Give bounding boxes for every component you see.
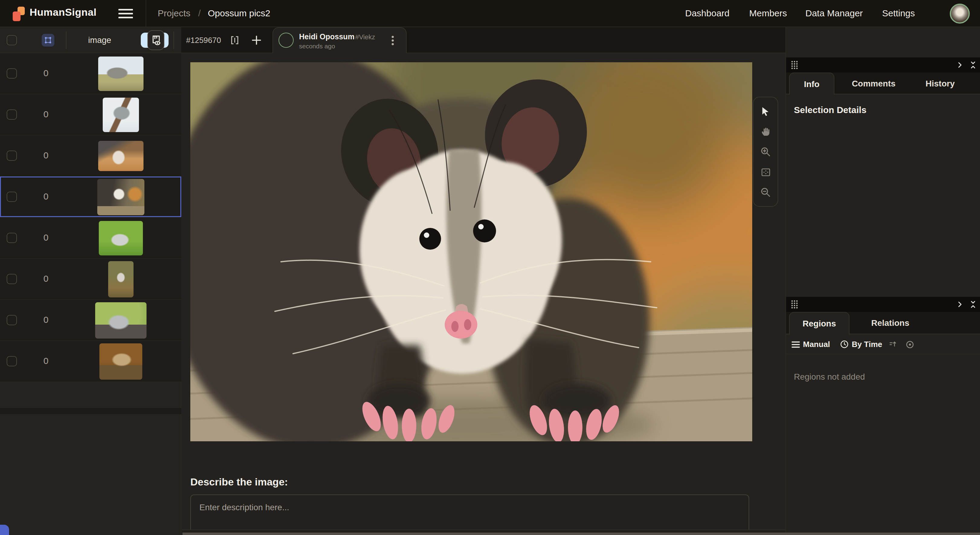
- task-image-opossum[interactable]: [190, 62, 752, 441]
- annotations-count: 0: [35, 191, 57, 201]
- details-tab-row: Info Comments History: [786, 73, 980, 94]
- annotator-name: Heidi Opossum: [299, 33, 354, 41]
- select-tool-icon[interactable]: [758, 104, 773, 118]
- top-bar: HumanSignal Projects / Opossum pics2 Das…: [0, 0, 980, 27]
- detach-panel-chevron-icon[interactable]: [956, 301, 964, 308]
- humansignal-logo-icon[interactable]: [13, 6, 26, 21]
- task-thumbnail[interactable]: [103, 97, 139, 132]
- description-placeholder: Enter description here...: [199, 502, 289, 512]
- user-avatar[interactable]: [950, 4, 970, 24]
- sort-order-icon[interactable]: [888, 340, 898, 349]
- task-thumbnail[interactable]: [98, 140, 143, 171]
- row-checkbox[interactable]: [6, 356, 17, 366]
- labeling-app: HumanSignal Projects / Opossum pics2 Das…: [0, 0, 980, 535]
- regions-toolbar: Manual By Time: [786, 335, 980, 354]
- bottom-scroll-strip[interactable]: [183, 533, 980, 535]
- logo-text: HumanSignal: [30, 6, 97, 19]
- help-bubble[interactable]: [0, 525, 9, 535]
- row-checkbox[interactable]: [6, 110, 17, 120]
- task-id: #1259670: [186, 36, 221, 45]
- row-checkbox[interactable]: [6, 151, 17, 161]
- visibility-eye-icon[interactable]: [905, 339, 915, 349]
- annotation-tab-strip: #1259670 Heidi Opossum #Viekz seconds ag…: [181, 27, 786, 53]
- nav-settings[interactable]: Settings: [882, 8, 915, 18]
- tab-relations[interactable]: Relations: [859, 312, 922, 334]
- add-annotation-icon[interactable]: [251, 35, 262, 46]
- column-header-image[interactable]: image: [67, 35, 133, 45]
- details-sidebar: Info Comments History Selection Details …: [786, 27, 980, 535]
- header-separator-2: [173, 32, 174, 49]
- outliner-tab-row: Regions Relations: [786, 312, 980, 334]
- zoom-out-tool-icon[interactable]: [758, 185, 773, 199]
- annotation-id: #Viekz: [355, 33, 375, 40]
- task-rows: 0 0 0 0 0: [0, 53, 181, 382]
- task-row-7[interactable]: 0: [0, 300, 181, 341]
- zoom-in-tool-icon[interactable]: [758, 145, 773, 159]
- canvas-tools: [753, 97, 778, 207]
- task-row-6[interactable]: 0: [0, 259, 181, 300]
- task-thumbnail[interactable]: [95, 302, 146, 338]
- task-row-8[interactable]: 0: [0, 341, 181, 382]
- annotation-menu-kebab-icon[interactable]: [388, 35, 398, 46]
- annotation-time: seconds ago: [299, 42, 335, 49]
- row-checkbox[interactable]: [6, 192, 17, 202]
- expand-brackets-icon[interactable]: [230, 35, 240, 45]
- logo-square-red: [13, 11, 21, 21]
- group-by-label: Manual: [803, 340, 830, 349]
- regions-empty-text: Regions not added: [794, 372, 865, 381]
- task-row-5[interactable]: 0: [0, 218, 181, 259]
- task-thumbnail[interactable]: [99, 343, 142, 379]
- annotations-count: 0: [35, 232, 57, 242]
- collapse-panel-icon[interactable]: [969, 301, 977, 308]
- row-checkbox[interactable]: [6, 68, 17, 79]
- breadcrumb-projects[interactable]: Projects: [158, 8, 190, 18]
- nav-data-manager[interactable]: Data Manager: [805, 8, 863, 18]
- row-checkbox[interactable]: [6, 233, 17, 243]
- task-row-1[interactable]: 0: [0, 53, 181, 94]
- annotations-count: 0: [35, 150, 57, 160]
- annotator-avatar: [278, 33, 294, 48]
- topbar-divider: [146, 0, 146, 27]
- tab-regions[interactable]: Regions: [789, 312, 850, 335]
- task-row-4-selected[interactable]: 0: [0, 177, 181, 218]
- pan-hand-tool-icon[interactable]: [758, 124, 773, 139]
- tab-info[interactable]: Info: [789, 73, 834, 95]
- annotation-tab-active[interactable]: Heidi Opossum #Viekz seconds ago: [272, 27, 407, 53]
- select-all-checkbox[interactable]: [6, 35, 17, 45]
- task-thumbnail[interactable]: [99, 221, 143, 255]
- nav-dashboard[interactable]: Dashboard: [685, 8, 730, 18]
- annotation-workspace: #1259670 Heidi Opossum #Viekz seconds ag…: [181, 27, 786, 535]
- description-textarea[interactable]: Enter description here...: [190, 495, 749, 530]
- tab-comments[interactable]: Comments: [843, 73, 904, 94]
- outliner-panel-gutter: [786, 297, 980, 312]
- nav-members[interactable]: Members: [749, 8, 787, 18]
- task-row-3[interactable]: 0: [0, 135, 181, 177]
- label-eye-icon: [151, 35, 161, 46]
- annotations-count: 0: [35, 314, 57, 325]
- annotations-count: 0: [35, 355, 57, 366]
- fit-screen-tool-icon[interactable]: [758, 165, 773, 179]
- label-visibility-toggle[interactable]: [148, 30, 164, 50]
- task-thumbnail[interactable]: [98, 56, 143, 91]
- sort-by-label: By Time: [852, 340, 883, 349]
- hamburger-menu-icon[interactable]: [118, 8, 133, 19]
- row-checkbox[interactable]: [6, 315, 17, 325]
- regions-column-icon[interactable]: [42, 34, 54, 46]
- prompt-label: Describe the image:: [190, 476, 288, 489]
- task-thumbnail[interactable]: [97, 178, 145, 215]
- group-by-manual-button[interactable]: Manual: [791, 340, 830, 349]
- task-row-2[interactable]: 0: [0, 94, 181, 135]
- row-checkbox[interactable]: [6, 274, 17, 284]
- drag-handle-icon[interactable]: [791, 61, 798, 70]
- task-list-panel: image 0 0 0: [0, 27, 181, 535]
- task-thumbnail[interactable]: [108, 261, 134, 297]
- task-rows-footer: [0, 408, 181, 414]
- drag-handle-icon[interactable]: [791, 300, 798, 309]
- tab-history[interactable]: History: [913, 73, 967, 94]
- collapse-panel-icon[interactable]: [969, 61, 977, 69]
- annotations-count: 0: [35, 68, 57, 78]
- detach-panel-chevron-icon[interactable]: [956, 61, 964, 69]
- annotations-count: 0: [35, 273, 57, 283]
- sort-by-time-button[interactable]: By Time: [840, 340, 883, 349]
- annotations-count: 0: [35, 109, 57, 119]
